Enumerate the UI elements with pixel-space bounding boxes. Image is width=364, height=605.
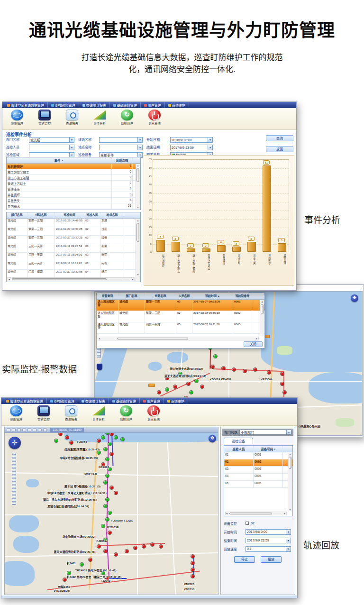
play-button[interactable]: 播放	[261, 556, 282, 563]
map-marker-alarm[interactable]	[104, 550, 107, 553]
map-marker-alarm[interactable]	[65, 436, 69, 439]
menu-item-5[interactable]: 用户管理	[140, 398, 164, 403]
toolbar-button-monitor[interactable]: 实时监控	[33, 405, 55, 425]
map-marker-alarm[interactable]	[125, 550, 128, 553]
map-marker-ok[interactable]	[80, 563, 83, 566]
menu-item-3[interactable]: 查询统计报表	[78, 398, 109, 403]
map-marker-alarm[interactable]	[70, 441, 73, 444]
filter-input-1[interactable]: ▾	[99, 137, 143, 143]
map-layers-icon[interactable]	[38, 428, 42, 432]
map-marker-alarm[interactable]	[283, 391, 286, 394]
map-marker-ok[interactable]	[195, 379, 198, 383]
map-marker-ok[interactable]	[104, 448, 107, 451]
table-row[interactable]: 城光缆三阳—芙蓉2017-07-11 16:08:0103新荣	[7, 253, 140, 261]
table-row[interactable]: 进入巡检辖区警城光缆繁荣—三阳022017-08-08 09:55:180002	[97, 311, 264, 322]
toolbar-button-switch[interactable]: 切换用户	[115, 405, 137, 425]
table-row[interactable]: 施工方交叉施工6	[7, 169, 140, 175]
menu-item-3[interactable]: 查询统计报表	[79, 102, 110, 108]
map-marker-ok[interactable]	[104, 504, 107, 508]
start-time-input[interactable]: 2017/9/6 0:00 ▾	[246, 529, 291, 535]
table-row[interactable]: 城光缆三阳—芙蓉2017-04-11 09:25:5303新荣	[7, 244, 140, 253]
event-table-scrollbar[interactable]: ▲▼	[136, 164, 140, 209]
filter-input-2[interactable]: 2016/9/3 0:00▾	[170, 137, 213, 143]
table-row[interactable]: 050005	[224, 481, 292, 488]
menu-item-1[interactable]: 管线空间资源数据管理	[3, 398, 47, 403]
menu-item-1[interactable]: 管线空间资源数据管理	[4, 102, 48, 108]
map-marker-alarm[interactable]	[108, 531, 111, 534]
toolbar-button-exit[interactable]: 退出系统	[143, 405, 164, 425]
map-marker-alarm[interactable]	[243, 369, 246, 373]
department-select[interactable]: 全部部门 ▾	[239, 430, 291, 435]
menu-item-6[interactable]: 系统维护	[164, 398, 188, 403]
map-marker-alarm[interactable]	[222, 367, 225, 370]
table-row[interactable]: 井盖丢失6	[7, 198, 140, 203]
playback-map[interactable]: 114.28030, 30.41499 FJ2064红改集团(李荣霞)(10:2…	[4, 427, 218, 595]
table-row[interactable]: 施工方施工被阻2	[7, 175, 140, 181]
table-row[interactable]: 标石被损坏7	[7, 164, 140, 169]
menu-item-6[interactable]: 系统维护	[165, 102, 189, 108]
map-marker-alarm[interactable]	[267, 371, 271, 374]
map-marker-ok[interactable]	[106, 498, 109, 501]
speed-stepper[interactable]: 0.1 ⇅	[246, 546, 291, 552]
map-marker-alarm[interactable]	[142, 545, 146, 548]
zoom-slider[interactable]	[12, 453, 16, 505]
map-marker-alarm[interactable]	[191, 555, 194, 558]
table-row[interactable]: 井盖损坏3	[7, 192, 140, 198]
filter-input-0[interactable]: 城光缆▾	[29, 137, 74, 143]
toolbar-button-switch[interactable]: 切换用户	[116, 109, 138, 129]
map-marker-ok[interactable]	[165, 388, 169, 391]
table-row[interactable]: 城光缆繁荣—三阳2017-03-27 10:30:2502过街	[7, 236, 140, 244]
table-row[interactable]: 030003	[224, 467, 292, 474]
toolbar-button-report[interactable]: 查询报表	[61, 109, 83, 129]
device-table-scrollbar[interactable]: ▲▼	[288, 453, 292, 511]
toolbar-button-exit[interactable]: 退出系统	[144, 109, 165, 129]
chart-bar[interactable]	[217, 245, 226, 252]
table-row[interactable]: 进入巡检辖区警城光缆繁荣—三阳022017-08-07 09:23:360002	[97, 300, 264, 311]
filter-input-3[interactable]: ▾	[29, 145, 74, 150]
map-pan-icon[interactable]	[7, 428, 10, 432]
table-row[interactable]: 040004	[224, 474, 292, 481]
toolbar-button-analysis[interactable]: 事件分析	[89, 109, 110, 129]
map-marker-alarm[interactable]	[281, 372, 284, 376]
chart-bar[interactable]	[202, 248, 210, 252]
query-button[interactable]: 查询	[266, 135, 293, 141]
map-marker-alarm[interactable]	[159, 545, 163, 548]
toolbar-button-analysis[interactable]: 事件分析	[88, 405, 109, 425]
map-marker-ok[interactable]	[108, 442, 111, 446]
map-refresh-icon[interactable]	[43, 428, 47, 432]
map-marker-ok[interactable]	[106, 518, 109, 521]
chart-bar[interactable]	[263, 165, 271, 252]
map-marker-alarm[interactable]	[110, 486, 113, 489]
map-marker-alarm[interactable]	[157, 391, 161, 394]
map-zoom-in-icon[interactable]	[17, 428, 21, 432]
map-select-icon[interactable]	[12, 428, 16, 432]
map-measure-icon[interactable]	[27, 428, 31, 432]
menu-item-4[interactable]: 基础资料管理	[109, 398, 140, 403]
stop-button[interactable]: 停止	[234, 556, 255, 563]
menu-item-2[interactable]: GPS巡检管理	[47, 398, 78, 403]
back-button[interactable]: 返回	[266, 146, 293, 152]
chart-bar[interactable]	[232, 247, 241, 252]
table-row[interactable]: 管线承压4	[7, 186, 140, 192]
map-marker-ok[interactable]	[101, 524, 105, 528]
map-marker-ok[interactable]	[106, 458, 109, 461]
alarm-close-button[interactable]: 关闭	[244, 341, 263, 347]
table-row[interactable]: 城光缆繁荣—三阳2017-03-27 10:30:2502过街	[7, 227, 140, 236]
map-marker-ok[interactable]	[106, 474, 109, 477]
chart-bar[interactable]	[247, 242, 256, 252]
chart-bar[interactable]	[156, 240, 165, 252]
table-row[interactable]: 井内积水51	[7, 203, 140, 209]
map-marker-ok[interactable]	[55, 439, 58, 442]
chart-bar[interactable]	[278, 243, 286, 252]
map-zoom-out-icon[interactable]	[22, 428, 26, 432]
map-marker-ok[interactable]	[190, 391, 193, 394]
menu-item-5[interactable]: 用户管理	[141, 102, 165, 108]
menu-item-4[interactable]: 基础资料管理	[110, 102, 141, 108]
map-marker-ok[interactable]	[104, 481, 107, 484]
map-marker-alarm[interactable]	[89, 558, 92, 561]
tab-patrol-device[interactable]: 巡检设备	[224, 438, 253, 444]
alarm-vertical-scrollbar[interactable]: ▲	[260, 300, 264, 336]
menu-item-2[interactable]: GPS巡检管理	[48, 102, 79, 108]
toolbar-button-monitor[interactable]: 实时监控	[34, 109, 55, 129]
map-marker-alarm[interactable]	[114, 491, 118, 495]
